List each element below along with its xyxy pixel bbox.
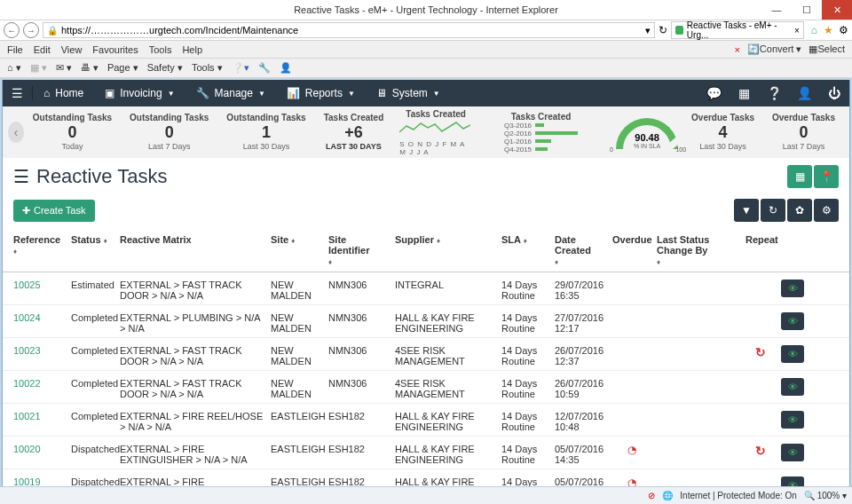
col-date-created[interactable]: Date Created [555, 234, 591, 256]
close-toolbar-icon[interactable]: × [734, 44, 739, 55]
view-button[interactable]: 👁 [781, 378, 804, 396]
tools-menu[interactable]: Tools ▾ [192, 62, 223, 74]
ext-icon-1[interactable]: 🔧 [258, 62, 271, 74]
status-cell: Completed [71, 411, 120, 432]
date-created-cell: 12/07/201610:48 [555, 411, 612, 432]
nav-reports[interactable]: 📊Reports▼ [276, 80, 366, 106]
back-button[interactable]: ← [4, 22, 20, 38]
site-cell: NEW MALDEN [271, 280, 328, 301]
page-title: Reactive Tasks [36, 165, 168, 188]
site-id-cell: ESH182 [328, 411, 395, 432]
create-task-button[interactable]: ✚ Create Task [13, 200, 95, 222]
site-cell: NEW MALDEN [271, 345, 328, 366]
sort-icon[interactable]: ♦ [104, 237, 107, 245]
safety-menu[interactable]: Safety ▾ [147, 62, 183, 74]
overdue-cell [612, 312, 657, 334]
help-icon[interactable]: ❔▾ [232, 62, 249, 74]
help-icon[interactable]: ❔ [759, 86, 789, 100]
col-repeat[interactable]: Repeat [746, 234, 778, 245]
window-title: Reactive Tasks - eM+ - Urgent Technology… [294, 4, 558, 15]
grid-icon[interactable]: ▦ [729, 86, 759, 100]
feed-icon[interactable]: ▦ ▾ [30, 62, 47, 74]
nav-invoicing[interactable]: ▣Invoicing▼ [94, 80, 185, 106]
col-site[interactable]: Site [271, 234, 288, 245]
print-icon[interactable]: 🖶 ▾ [81, 62, 99, 74]
select-button[interactable]: ▦Select [809, 43, 845, 55]
sort-icon[interactable]: ♦ [328, 258, 332, 266]
minimize-button[interactable]: — [761, 0, 792, 20]
filter-button[interactable]: ▼ [734, 199, 759, 222]
zoom-control[interactable]: 🔍 100% ▾ [804, 491, 847, 500]
view-button[interactable]: 👁 [781, 345, 804, 363]
home-icon[interactable]: ⌂ [811, 24, 817, 36]
sort-icon[interactable]: ♦ [291, 237, 295, 245]
reference-link[interactable]: 10024 [13, 312, 41, 323]
settings-button[interactable]: ✿ [787, 199, 812, 222]
favorites-icon[interactable]: ★ [821, 24, 835, 36]
home-icon[interactable]: ⌂ ▾ [7, 62, 21, 74]
refresh-icon[interactable]: ↻ [659, 24, 667, 36]
last-status-change-cell [657, 345, 746, 366]
menu-tools[interactable]: Tools [149, 44, 172, 55]
sort-icon[interactable]: ♦ [524, 237, 527, 245]
view-button[interactable]: 👁 [781, 411, 804, 429]
sort-icon[interactable]: ♦ [437, 237, 440, 245]
reference-link[interactable]: 10023 [13, 345, 41, 356]
col-supplier[interactable]: Supplier [395, 234, 434, 245]
nav-system[interactable]: 🖥System▼ [366, 80, 451, 106]
table-row: 10022CompletedEXTERNAL > FAST TRACK DOOR… [3, 371, 849, 404]
sort-icon[interactable]: ♦ [657, 258, 660, 266]
col-site-identifier[interactable]: Site Identifier [328, 234, 369, 256]
user-icon[interactable]: 👤 [789, 86, 819, 100]
map-view-button[interactable]: 📍 [814, 165, 839, 188]
gear-button[interactable]: ⚙ [814, 199, 839, 222]
tab-close-icon[interactable]: × [794, 26, 800, 35]
sort-icon[interactable]: ♦ [13, 248, 17, 256]
refresh-button[interactable]: ↻ [761, 199, 785, 222]
menu-edit[interactable]: Edit [34, 44, 51, 55]
forward-button[interactable]: → [23, 22, 39, 38]
col-reference[interactable]: Reference [13, 234, 60, 245]
chat-icon[interactable]: 💬 [698, 86, 729, 100]
address-bar[interactable]: 🔒 https://………………urgtech.com/Incident/Mai… [43, 22, 655, 38]
col-overdue[interactable]: Overdue [612, 234, 652, 245]
sort-icon[interactable]: ♦ [555, 258, 558, 266]
view-button[interactable]: 👁 [781, 444, 804, 461]
col-status[interactable]: Status [71, 234, 101, 245]
convert-button[interactable]: 🔄Convert ▾ [747, 43, 802, 55]
reference-link[interactable]: 10020 [13, 444, 41, 454]
hamburger-menu[interactable]: ☰ [3, 86, 33, 100]
close-button[interactable]: ✕ [822, 0, 852, 20]
menu-file[interactable]: File [7, 44, 23, 55]
col-reactive-matrix[interactable]: Reactive Matrix [120, 234, 192, 245]
mail-icon[interactable]: ✉ ▾ [56, 62, 72, 74]
power-icon[interactable]: ⏻ [819, 86, 849, 100]
view-button[interactable]: 👁 [781, 312, 804, 330]
kpi-scroll-left[interactable]: ‹ [8, 122, 24, 143]
menu-favourites[interactable]: Favourites [92, 44, 138, 55]
menu-help[interactable]: Help [182, 44, 202, 55]
page-menu[interactable]: Page ▾ [107, 62, 138, 74]
kpi-card: Outstanding Tasks0Today [24, 113, 121, 152]
view-button[interactable]: 👁 [781, 280, 804, 297]
reference-link[interactable]: 10025 [13, 280, 41, 290]
nav-manage[interactable]: 🔧Manage▼ [185, 80, 276, 106]
kpi-card: Tasks Created+6LAST 30 DAYS [315, 113, 393, 152]
sla-cell: 14 DaysRoutine [501, 378, 555, 399]
maximize-button[interactable]: ☐ [792, 0, 822, 20]
col-last-status-change[interactable]: Last Status Change By [657, 234, 709, 256]
menu-view[interactable]: View [61, 44, 83, 55]
ext-icon-2[interactable]: 👤 [280, 62, 292, 74]
col-sla[interactable]: SLA [501, 234, 521, 245]
tools-icon[interactable]: ⚙ [839, 24, 848, 36]
status-cell: Completed [71, 345, 120, 366]
reference-link[interactable]: 10022 [13, 378, 41, 389]
grid-view-button[interactable]: ▦ [787, 165, 812, 188]
reactive-matrix-cell: EXTERNAL > PLUMBING > N/A > N/A [120, 312, 271, 334]
reference-link[interactable]: 10021 [13, 411, 41, 421]
site-cell: EASTLEIGH [271, 411, 328, 432]
last-status-change-cell [657, 312, 746, 334]
nav-home[interactable]: ⌂Home [33, 80, 94, 106]
browser-tab[interactable]: Reactive Tasks - eM+ - Urg... × [671, 21, 804, 39]
dropdown-icon[interactable]: ▾ [645, 25, 651, 36]
